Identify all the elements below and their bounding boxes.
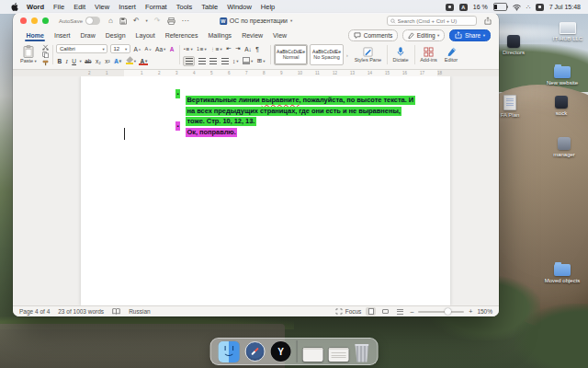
desktop-icon-new-website[interactable]: New website [541, 66, 583, 86]
minimized-window-thumbnail[interactable] [302, 348, 322, 362]
clear-formatting-button[interactable]: A [169, 46, 175, 52]
menu-item-window[interactable]: Window [222, 3, 256, 11]
align-center-button[interactable] [198, 58, 207, 64]
menu-item-file[interactable]: File [49, 3, 69, 11]
outline-view-button[interactable] [395, 307, 405, 316]
undo-icon[interactable]: ↶ [133, 17, 140, 25]
save-icon[interactable] [119, 17, 127, 25]
superscript-button[interactable]: x² [104, 58, 110, 64]
highlighted-text-line-pink[interactable]: Ок, поправлю. [186, 121, 415, 131]
print-layout-view-button[interactable] [366, 307, 376, 316]
tab-review[interactable]: Review [237, 29, 268, 41]
menu-item-table[interactable]: Table [197, 3, 222, 11]
autosave-toggle[interactable] [85, 17, 100, 25]
zoom-level[interactable]: 150% [477, 308, 492, 315]
cut-icon[interactable] [42, 44, 49, 51]
borders-button[interactable]: ⊞▾ [256, 57, 266, 64]
tab-home[interactable]: Home [21, 29, 49, 41]
underline-button[interactable]: U [71, 58, 77, 64]
menu-item-tools[interactable]: Tools [172, 3, 198, 11]
add-ins-button[interactable]: Add-ins [418, 42, 439, 67]
style-normal[interactable]: AaBbCcDdEe Normal [274, 44, 308, 65]
menu-item-help[interactable]: Help [256, 3, 279, 11]
trash-dock-icon[interactable] [354, 344, 369, 362]
minimize-window-button[interactable] [31, 17, 38, 24]
desktop-icon-manager[interactable]: manager [543, 137, 585, 157]
highlighted-text-line[interactable]: Вертикальные линии выравните, пожалуйста… [186, 89, 415, 98]
bullet-list-button[interactable]: •≡▾ [183, 46, 194, 52]
bold-button[interactable]: B [56, 58, 62, 64]
keyboard-input-icon[interactable] [536, 4, 544, 11]
share-titlebar-icon[interactable] [484, 17, 492, 25]
show-paragraph-marks-button[interactable]: ¶ [254, 46, 260, 52]
menu-item-format[interactable]: Format [141, 3, 172, 11]
shrink-font-button[interactable]: A˅ [144, 46, 153, 52]
desktop-icon-it-hub-llc[interactable]: IT-HUB LLC [547, 22, 588, 41]
numbered-list-button[interactable]: 1≡▾ [196, 46, 208, 52]
editing-mode-button[interactable]: Editing ▾ [402, 29, 445, 41]
tab-references[interactable]: References [160, 29, 203, 41]
zoom-slider-thumb[interactable] [445, 308, 451, 315]
menu-bar-clock[interactable]: 7 Jul 15:48 [549, 4, 581, 10]
font-size-select[interactable]: 12▾ [110, 44, 130, 53]
share-button[interactable]: Share ▾ [449, 29, 491, 41]
zoom-in-button[interactable]: + [469, 308, 472, 315]
editor-button[interactable]: Editor [443, 42, 459, 67]
decrease-indent-button[interactable]: ⇤ [225, 45, 232, 52]
highlight-button[interactable]: ▾ [125, 57, 137, 64]
undo-chevron-icon[interactable]: ▾ [146, 17, 148, 25]
styles-scroll-icon[interactable]: › [345, 52, 349, 58]
search-input[interactable] [398, 18, 474, 24]
increase-indent-button[interactable]: ⇥ [234, 45, 241, 52]
close-window-button[interactable] [20, 17, 27, 24]
italic-button[interactable]: I [65, 58, 69, 64]
battery-icon[interactable] [493, 3, 507, 11]
menu-item-insert[interactable]: Insert [114, 3, 141, 11]
justify-button[interactable] [220, 58, 230, 64]
window-title-bar[interactable]: AutoSave ⌂ ↶ ▾ ↷ ⋯ W ОС по презентации ▾ [13, 13, 499, 29]
style-no-spacing[interactable]: AaBbCcDdEe No Spacing [310, 44, 344, 65]
align-right-button[interactable] [209, 58, 218, 64]
zoom-slider[interactable] [418, 311, 464, 313]
grow-font-button[interactable]: A˄ [132, 46, 141, 52]
subscript-button[interactable]: x₂ [95, 58, 102, 64]
focus-button[interactable]: Focus [335, 308, 361, 315]
desktop-icon-sock[interactable]: sock [540, 96, 582, 116]
styles-pane-button[interactable]: Styles Pane [353, 42, 383, 67]
menu-item-word[interactable]: Word [22, 3, 49, 11]
multilevel-list-button[interactable]: ⋮≡▾ [209, 46, 223, 52]
zoom-out-button[interactable]: – [410, 308, 413, 315]
tab-layout[interactable]: Layout [130, 29, 160, 41]
change-case-button[interactable]: Aa▾ [154, 46, 166, 52]
tab-view[interactable]: View [268, 29, 292, 41]
language-indicator[interactable]: Russian [129, 308, 150, 315]
control-center-icon[interactable]: ∴ [526, 4, 530, 11]
font-name-select[interactable]: Calibri▾ [56, 44, 107, 53]
minimized-document-thumbnail[interactable] [328, 348, 348, 362]
zoom-window-button[interactable] [42, 17, 49, 24]
word-count[interactable]: 23 of 1003 words [58, 308, 104, 315]
home-icon[interactable]: ⌂ [108, 17, 113, 25]
tab-draw[interactable]: Draw [75, 29, 100, 41]
menu-item-view[interactable]: View [90, 3, 114, 11]
print-icon[interactable] [167, 17, 175, 25]
document-title[interactable]: W ОС по презентации ▾ [220, 17, 293, 25]
tab-design[interactable]: Design [100, 29, 130, 41]
screen-recording-icon[interactable] [446, 4, 454, 11]
tab-mailings[interactable]: Mailings [203, 29, 237, 41]
wifi-icon[interactable] [513, 4, 521, 11]
page-indicator[interactable]: Page 4 of 4 [19, 308, 50, 315]
finder-dock-icon[interactable] [219, 341, 240, 362]
strikethrough-button[interactable]: ab [84, 58, 92, 64]
line-spacing-button[interactable]: ↕▾ [232, 58, 240, 64]
input-switcher-icon[interactable]: A [459, 4, 468, 11]
y-app-dock-icon[interactable]: Y [271, 341, 291, 362]
highlighted-text-line[interactable]: на всех предыдущих страницах, где они ес… [186, 100, 415, 109]
web-layout-view-button[interactable] [380, 307, 390, 316]
text-effects-button[interactable]: A▾ [113, 58, 122, 64]
menu-item-edit[interactable]: Edit [69, 3, 90, 11]
align-left-button[interactable] [183, 56, 195, 66]
apple-menu[interactable] [7, 3, 22, 11]
browser-dock-icon[interactable] [245, 341, 266, 362]
search-field[interactable] [387, 16, 477, 26]
